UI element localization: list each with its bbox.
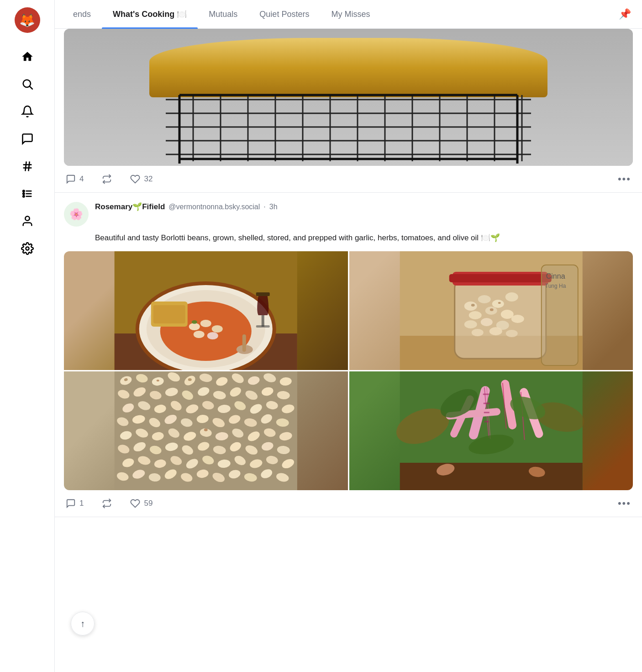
post-1-actions: 4 32 ••• bbox=[55, 166, 642, 192]
feed: 4 32 ••• bbox=[55, 29, 642, 672]
beans-spread-art bbox=[64, 371, 348, 490]
svg-point-63 bbox=[492, 300, 504, 308]
bread-image bbox=[64, 29, 633, 166]
svg-point-8 bbox=[23, 196, 25, 197]
svg-point-0 bbox=[23, 80, 30, 87]
svg-point-64 bbox=[505, 292, 518, 302]
svg-line-4 bbox=[25, 162, 26, 171]
repost-icon-2 bbox=[102, 498, 112, 508]
svg-point-44 bbox=[200, 320, 211, 327]
post-time: 3h bbox=[269, 203, 278, 211]
grid-image-4[interactable] bbox=[349, 371, 633, 490]
pin-icon: 📌 bbox=[619, 8, 631, 20]
messages-nav-item[interactable] bbox=[15, 126, 40, 152]
svg-point-71 bbox=[511, 315, 524, 323]
svg-rect-55 bbox=[242, 334, 246, 352]
like-button-1[interactable]: 32 bbox=[130, 174, 153, 184]
svg-point-50 bbox=[192, 320, 197, 324]
svg-text:Tung Ha: Tung Ha bbox=[545, 283, 566, 289]
chat-icon bbox=[21, 132, 34, 145]
bell-icon bbox=[21, 105, 34, 118]
feeds-nav-item[interactable] bbox=[15, 181, 40, 206]
svg-text:Cinna: Cinna bbox=[546, 272, 565, 280]
tab-my-misses[interactable]: My Misses bbox=[320, 0, 381, 28]
dot-separator: · bbox=[263, 203, 265, 211]
grid-image-3[interactable] bbox=[64, 371, 348, 490]
avatar[interactable]: 🦊 bbox=[15, 7, 40, 33]
author-info-2: Rosemary🌱Fifield @vermontnonna.bsky.soci… bbox=[95, 202, 633, 212]
svg-rect-60 bbox=[449, 274, 551, 282]
svg-point-77 bbox=[489, 308, 493, 311]
post-2-author: 🌸 Rosemary🌱Fifield @vermontnonna.bsky.so… bbox=[55, 193, 642, 232]
grid-image-1[interactable] bbox=[64, 251, 348, 370]
svg-rect-53 bbox=[256, 325, 270, 328]
svg-rect-49 bbox=[153, 305, 185, 323]
settings-icon bbox=[21, 242, 34, 255]
comment-icon bbox=[66, 174, 76, 184]
svg-point-172 bbox=[157, 380, 159, 381]
settings-nav-item[interactable] bbox=[15, 236, 40, 261]
svg-point-76 bbox=[498, 302, 500, 304]
nav-tabs: ends What's Cooking 🍽️ Mutuals Quiet Pos… bbox=[55, 0, 642, 29]
post-2-image-grid: Cinna Tung Ha bbox=[64, 251, 633, 490]
profile-icon bbox=[21, 215, 34, 228]
svg-point-12 bbox=[25, 217, 29, 221]
heart-icon-2 bbox=[130, 498, 140, 508]
repost-icon bbox=[102, 174, 112, 184]
repost-button-1[interactable] bbox=[102, 174, 112, 184]
svg-line-1 bbox=[30, 86, 32, 89]
svg-line-5 bbox=[28, 162, 29, 171]
svg-point-173 bbox=[188, 378, 192, 381]
svg-point-7 bbox=[23, 193, 25, 195]
svg-point-73 bbox=[489, 327, 502, 335]
svg-rect-51 bbox=[256, 292, 270, 296]
svg-point-69 bbox=[480, 318, 492, 326]
scroll-top-button[interactable]: ↑ bbox=[71, 612, 95, 635]
post-image-wrapper bbox=[55, 29, 642, 166]
heart-icon bbox=[130, 174, 140, 184]
svg-rect-78 bbox=[541, 265, 578, 365]
feeds-icon bbox=[21, 187, 34, 200]
svg-rect-58 bbox=[454, 279, 546, 359]
svg-point-67 bbox=[500, 310, 513, 319]
svg-point-61 bbox=[464, 302, 477, 311]
svg-point-75 bbox=[471, 304, 474, 307]
tab-quiet-posters[interactable]: Quiet Posters bbox=[248, 0, 320, 28]
home-nav-item[interactable] bbox=[15, 44, 40, 69]
more-button-2[interactable]: ••• bbox=[618, 497, 631, 509]
like-button-2[interactable]: 59 bbox=[130, 498, 153, 508]
svg-point-68 bbox=[464, 320, 477, 328]
tab-whats-cooking[interactable]: What's Cooking 🍽️ bbox=[102, 0, 198, 28]
tab-friends[interactable]: ends bbox=[62, 0, 102, 28]
svg-point-6 bbox=[23, 190, 25, 192]
svg-rect-176 bbox=[400, 463, 582, 490]
author-avatar-2[interactable]: 🌸 bbox=[64, 202, 89, 227]
svg-point-65 bbox=[468, 311, 481, 319]
grid-image-2[interactable]: Cinna Tung Ha bbox=[349, 251, 633, 370]
profile-nav-item[interactable] bbox=[15, 208, 40, 234]
svg-point-13 bbox=[26, 247, 29, 250]
beans-jar-art: Cinna Tung Ha bbox=[349, 251, 633, 370]
author-name: Rosemary🌱Fifield bbox=[95, 202, 165, 212]
search-nav-item[interactable] bbox=[15, 71, 40, 97]
post-card-2: 🌸 Rosemary🌱Fifield @vermontnonna.bsky.so… bbox=[55, 193, 642, 517]
post-2-text: Beautiful and tasty Borlotti beans, grow… bbox=[55, 232, 642, 251]
svg-point-47 bbox=[207, 332, 218, 339]
comment-button-1[interactable]: 4 bbox=[66, 174, 84, 184]
sidebar: 🦊 bbox=[0, 0, 55, 672]
svg-point-62 bbox=[478, 295, 490, 303]
home-icon bbox=[21, 50, 34, 63]
more-button-1[interactable]: ••• bbox=[618, 173, 631, 185]
hashtag-nav-item[interactable] bbox=[15, 153, 40, 179]
author-handle: @vermontnonna.bsky.social bbox=[168, 203, 260, 211]
svg-point-174 bbox=[204, 429, 208, 431]
beans-plate-art bbox=[64, 251, 348, 370]
tab-mutuals[interactable]: Mutuals bbox=[198, 0, 248, 28]
rack-svg bbox=[64, 29, 633, 166]
notifications-nav-item[interactable] bbox=[15, 99, 40, 124]
author-name-row: Rosemary🌱Fifield @vermontnonna.bsky.soci… bbox=[95, 202, 633, 212]
comment-button-2[interactable]: 1 bbox=[66, 498, 84, 508]
post-2-actions: 1 59 ••• bbox=[55, 490, 642, 517]
repost-button-2[interactable] bbox=[102, 498, 112, 508]
pin-button[interactable]: 📌 bbox=[615, 5, 635, 24]
